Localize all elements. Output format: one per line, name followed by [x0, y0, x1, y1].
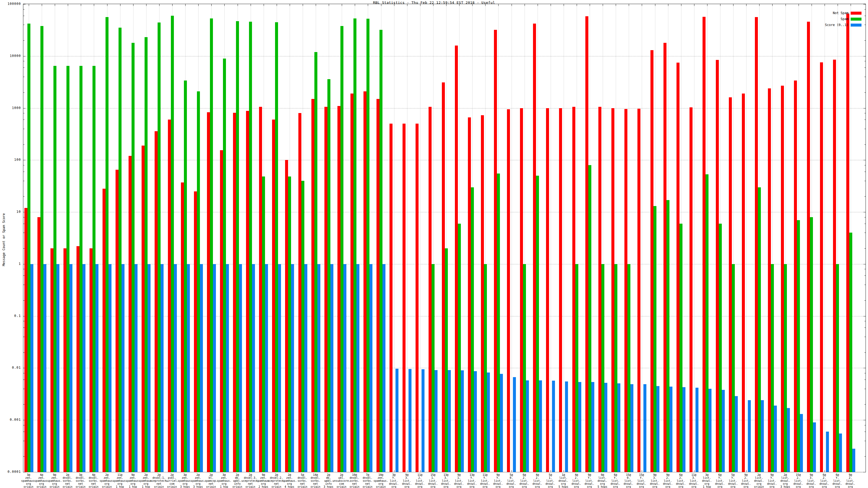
y-tick-label: 100000	[2, 2, 21, 6]
bar-spam	[536, 176, 539, 472]
x-tick-top	[42, 4, 42, 6]
y-minor-tick	[865, 25, 866, 25]
bar-score	[643, 384, 646, 472]
bar-not_spam	[794, 80, 797, 472]
bar-spam	[236, 21, 239, 472]
bar-score	[748, 400, 751, 472]
y-tick-label: 0.01	[2, 366, 21, 369]
x-tick-bottom	[512, 470, 512, 472]
x-tick-top	[224, 4, 225, 6]
y-minor-tick	[23, 129, 24, 129]
x-tick-top	[720, 4, 720, 6]
bar-not_spam	[559, 108, 562, 472]
x-tick-top	[850, 4, 851, 6]
bar-not_spam	[611, 108, 614, 472]
bar-not_spam	[63, 248, 66, 472]
bar-not_spam	[233, 113, 236, 472]
y-minor-tick	[23, 120, 24, 120]
x-tick-top	[825, 4, 825, 6]
bar-not_spam	[650, 50, 653, 472]
bar-not_spam	[207, 112, 210, 472]
bar-score	[330, 264, 333, 472]
bar-score	[369, 264, 372, 472]
bar-not_spam	[468, 118, 471, 472]
bar-not_spam	[37, 217, 40, 472]
bar-not_spam	[585, 16, 588, 472]
bar-score	[474, 371, 477, 472]
bar-not_spam	[259, 107, 262, 472]
y-major-tick	[863, 420, 866, 420]
y-minor-tick	[865, 389, 866, 389]
y-minor-tick	[865, 144, 866, 145]
bar-spam	[223, 59, 226, 472]
x-tick-top	[107, 4, 107, 6]
bar-spam	[784, 264, 787, 472]
x-tick-top	[290, 4, 290, 6]
bar-not_spam	[390, 124, 393, 472]
y-minor-tick	[865, 165, 866, 165]
y-tick-label: 10000	[2, 54, 21, 58]
bar-not_spam	[638, 109, 641, 472]
bar-score	[408, 369, 411, 472]
y-minor-tick	[23, 144, 24, 145]
bar-spam	[601, 264, 604, 472]
bar-not_spam	[76, 246, 80, 472]
x-tick-top	[146, 4, 147, 6]
bar-score	[213, 264, 216, 472]
bar-not_spam	[768, 88, 771, 472]
bar-score	[656, 386, 659, 472]
bar-score	[826, 432, 829, 472]
x-tick-top	[68, 4, 68, 6]
y-tick-label: 0.1	[2, 314, 21, 318]
x-tick-top	[681, 4, 681, 6]
bar-not_spam	[24, 208, 27, 472]
bar-score	[839, 433, 842, 472]
bar-score	[200, 264, 203, 472]
bar-not_spam	[220, 150, 223, 472]
bar-score	[435, 370, 437, 472]
x-tick-top	[459, 4, 460, 6]
bar-spam	[810, 217, 813, 472]
y-minor-tick	[23, 25, 24, 25]
bar-spam	[666, 200, 670, 472]
bar-spam	[627, 264, 630, 472]
bar-score	[670, 387, 673, 472]
legend-swatch	[850, 18, 862, 21]
bar-score	[500, 374, 503, 472]
bar-spam	[523, 264, 526, 472]
y-major-tick	[863, 160, 866, 160]
bar-spam	[367, 19, 369, 472]
bar-spam	[497, 173, 500, 472]
y-major-tick	[863, 108, 866, 108]
bar-spam	[432, 264, 435, 472]
bar-spam	[158, 23, 161, 472]
bar-spam	[471, 187, 474, 472]
y-minor-tick	[865, 40, 866, 41]
bar-not_spam	[833, 60, 836, 472]
bar-not_spam	[546, 108, 549, 472]
bar-score	[304, 264, 307, 472]
bar-score	[682, 387, 685, 472]
bar-not_spam	[299, 113, 301, 472]
bar-spam	[445, 248, 448, 472]
x-tick-top	[551, 4, 551, 6]
bar-not_spam	[598, 107, 601, 472]
x-tick-top	[603, 4, 603, 6]
bar-spam	[171, 16, 174, 472]
bar-spam	[288, 176, 291, 472]
y-major-tick	[863, 264, 866, 264]
bar-spam	[275, 22, 278, 472]
bar-not_spam	[364, 91, 367, 472]
bar-not_spam	[520, 108, 523, 472]
bar-not_spam	[102, 189, 105, 472]
y-minor-tick	[865, 61, 866, 61]
y-tick-label: 1	[2, 262, 21, 266]
bar-score	[774, 405, 777, 472]
legend-swatch	[850, 12, 862, 14]
y-tick-label: 0.0001	[2, 470, 21, 474]
bar-score	[487, 372, 490, 472]
bar-spam	[184, 80, 187, 472]
bar-score	[761, 400, 764, 472]
bar-score	[317, 264, 320, 472]
x-tick-top	[616, 4, 616, 6]
